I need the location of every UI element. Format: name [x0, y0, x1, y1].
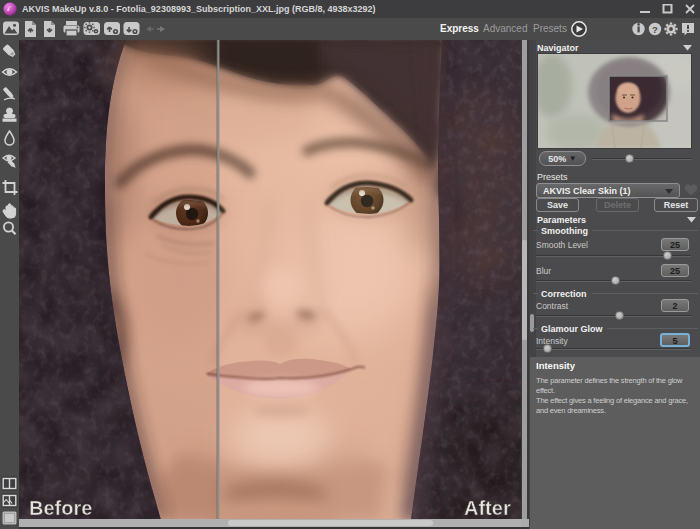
svg-text:Before: Before [29, 497, 92, 519]
svg-text:?: ? [652, 24, 658, 35]
svg-text:After: After [464, 497, 511, 519]
